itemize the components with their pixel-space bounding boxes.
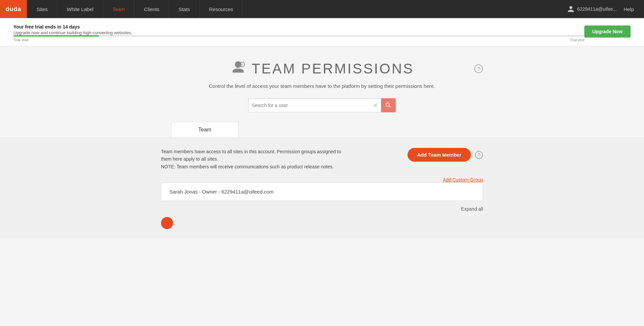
tabs-container: Team — [171, 122, 473, 138]
trial-start-label: Trial start — [13, 38, 29, 42]
member-row: Sarah Jonas - Owner - 6229411a@uifeed.co… — [161, 182, 483, 201]
search-button[interactable] — [381, 98, 396, 112]
team-top-row: Team members have access to all sites in… — [161, 148, 483, 170]
help-icon-team[interactable]: ? — [475, 151, 483, 159]
team-section: Team members have access to all sites in… — [0, 138, 644, 239]
trial-bar-fill — [13, 35, 99, 37]
add-team-member-button[interactable]: Add Team Member — [408, 148, 471, 162]
nav-item-stats[interactable]: Stats — [169, 0, 200, 18]
team-desc-line2: them here apply to all sites. — [161, 156, 218, 162]
trial-labels: Trial start Trial end — [13, 38, 584, 42]
team-desc-line3: NOTE: Team members will receive communic… — [161, 164, 334, 169]
nav-item-clients[interactable]: Clients — [135, 0, 169, 18]
page-title: TEAM PERMISSIONS — [252, 61, 414, 77]
member-info: Sarah Jonas - Owner - 6229411a@uifeed.co… — [169, 189, 273, 195]
bottom-hint — [161, 217, 483, 229]
tab-team[interactable]: Team — [171, 122, 238, 138]
add-custom-group-link[interactable]: Add Custom Group — [443, 177, 483, 182]
main-nav: duda Sites White Label Team Clients Stat… — [0, 0, 644, 18]
page-subtitle: Control the level of access your team me… — [209, 83, 435, 89]
nav-item-white-label[interactable]: White Label — [57, 0, 103, 18]
red-circle-indicator — [161, 217, 173, 229]
trial-end-label: Trial end — [570, 38, 584, 42]
team-desc-line1: Team members have access to all sites in… — [161, 149, 341, 154]
logo-text: duda — [6, 6, 21, 13]
expand-all-row: Expand all — [161, 206, 483, 212]
tabs-bar: Team — [171, 122, 473, 138]
clear-search-icon[interactable]: ✕ — [373, 102, 378, 109]
nav-help[interactable]: Help — [624, 6, 634, 12]
team-permissions-icon: ? — [230, 60, 246, 78]
nav-item-resources[interactable]: Resources — [200, 0, 243, 18]
page-wrapper: duda Sites White Label Team Clients Stat… — [0, 0, 644, 326]
nav-right: 6229411a@uifee... Help — [567, 5, 644, 13]
trial-title: Your free trial ends in 14 days — [13, 24, 584, 30]
help-icon-header[interactable]: ? — [474, 64, 483, 73]
search-icon — [385, 102, 391, 108]
upgrade-now-button[interactable]: Upgrade Now — [584, 25, 631, 38]
user-icon — [567, 5, 575, 13]
team-actions: Add Team Member ? — [408, 148, 483, 162]
trial-row: Your free trial ends in 14 days Upgrade … — [13, 24, 631, 42]
trial-banner: Your free trial ends in 14 days Upgrade … — [0, 18, 644, 46]
logo[interactable]: duda — [0, 0, 27, 18]
main-content: ? TEAM PERMISSIONS ? Control the level o… — [0, 46, 644, 138]
team-section-inner: Team members have access to all sites in… — [161, 148, 483, 229]
add-member-btn-row: Add Team Member ? — [408, 148, 483, 162]
add-custom-group-row: Add Custom Group — [161, 176, 483, 182]
nav-item-sites[interactable]: Sites — [27, 0, 57, 18]
trial-subtitle: Upgrade now and continue building high-c… — [13, 30, 584, 35]
nav-user[interactable]: 6229411a@uifee... — [567, 5, 617, 13]
trial-progress-bar — [13, 35, 584, 37]
page-header: ? TEAM PERMISSIONS ? — [161, 60, 483, 78]
nav-user-email: 6229411a@uifee... — [577, 6, 617, 12]
trial-info: Your free trial ends in 14 days Upgrade … — [13, 24, 584, 42]
search-input[interactable] — [252, 103, 373, 108]
expand-all-link[interactable]: Expand all — [461, 206, 483, 212]
nav-links: Sites White Label Team Clients Stats Res… — [27, 0, 567, 18]
svg-text:?: ? — [241, 63, 243, 66]
search-container: ✕ — [248, 98, 396, 112]
nav-item-team[interactable]: Team — [103, 0, 135, 18]
team-description: Team members have access to all sites in… — [161, 148, 341, 170]
search-input-wrapper: ✕ — [248, 98, 381, 112]
